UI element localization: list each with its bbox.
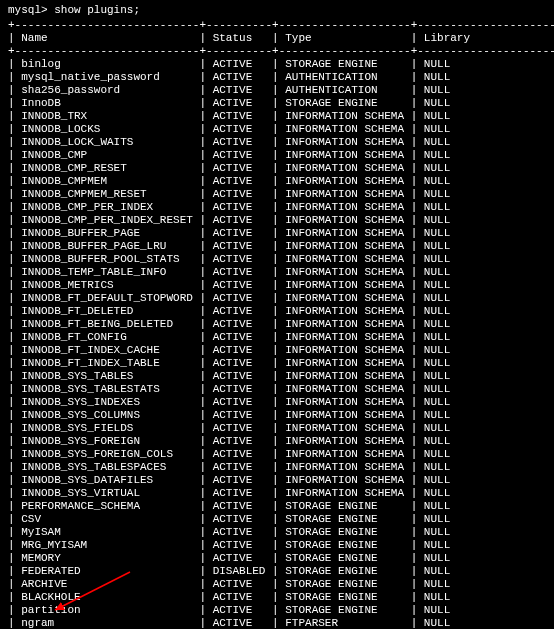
table-row: | INNODB_FT_BEING_DELETED | ACTIVE | INF… [8, 318, 546, 331]
table-row: | INNODB_FT_INDEX_TABLE | ACTIVE | INFOR… [8, 357, 546, 370]
table-row: | mysql_native_password | ACTIVE | AUTHE… [8, 71, 546, 84]
table-row: | BLACKHOLE | ACTIVE | STORAGE ENGINE | … [8, 591, 546, 604]
table-row: | INNODB_BUFFER_PAGE | ACTIVE | INFORMAT… [8, 227, 546, 240]
table-row: | INNODB_SYS_FOREIGN_COLS | ACTIVE | INF… [8, 448, 546, 461]
table-row: | INNODB_CMPMEM | ACTIVE | INFORMATION S… [8, 175, 546, 188]
table-row: | MyISAM | ACTIVE | STORAGE ENGINE | NUL… [8, 526, 546, 539]
table-separator: +----------------------------+----------… [8, 19, 546, 32]
table-row: | INNODB_METRICS | ACTIVE | INFORMATION … [8, 279, 546, 292]
table-row: | INNODB_CMP_RESET | ACTIVE | INFORMATIO… [8, 162, 546, 175]
table-row: | INNODB_TEMP_TABLE_INFO | ACTIVE | INFO… [8, 266, 546, 279]
table-row: | INNODB_SYS_TABLES | ACTIVE | INFORMATI… [8, 370, 546, 383]
table-row: | INNODB_SYS_INDEXES | ACTIVE | INFORMAT… [8, 396, 546, 409]
table-row: | INNODB_FT_DEFAULT_STOPWORD | ACTIVE | … [8, 292, 546, 305]
table-header-row: | Name | Status | Type | Library | Licen… [8, 32, 546, 45]
table-row: | MEMORY | ACTIVE | STORAGE ENGINE | NUL… [8, 552, 546, 565]
table-row: | INNODB_SYS_COLUMNS | ACTIVE | INFORMAT… [8, 409, 546, 422]
table-separator: +----------------------------+----------… [8, 45, 546, 58]
table-row: | INNODB_FT_CONFIG | ACTIVE | INFORMATIO… [8, 331, 546, 344]
table-row: | CSV | ACTIVE | STORAGE ENGINE | NULL |… [8, 513, 546, 526]
table-row: | ARCHIVE | ACTIVE | STORAGE ENGINE | NU… [8, 578, 546, 591]
table-row: | INNODB_LOCK_WAITS | ACTIVE | INFORMATI… [8, 136, 546, 149]
table-row: | PERFORMANCE_SCHEMA | ACTIVE | STORAGE … [8, 500, 546, 513]
table-row: | binlog | ACTIVE | STORAGE ENGINE | NUL… [8, 58, 546, 71]
table-row: | MRG_MYISAM | ACTIVE | STORAGE ENGINE |… [8, 539, 546, 552]
table-row: | INNODB_CMP | ACTIVE | INFORMATION SCHE… [8, 149, 546, 162]
table-row: | INNODB_SYS_VIRTUAL | ACTIVE | INFORMAT… [8, 487, 546, 500]
table-row: | INNODB_SYS_FOREIGN | ACTIVE | INFORMAT… [8, 435, 546, 448]
table-row: | INNODB_BUFFER_PAGE_LRU | ACTIVE | INFO… [8, 240, 546, 253]
table-row: | INNODB_CMP_PER_INDEX_RESET | ACTIVE | … [8, 214, 546, 227]
table-row: | INNODB_CMPMEM_RESET | ACTIVE | INFORMA… [8, 188, 546, 201]
table-row: | INNODB_SYS_DATAFILES | ACTIVE | INFORM… [8, 474, 546, 487]
table-row: | INNODB_SYS_TABLESPACES | ACTIVE | INFO… [8, 461, 546, 474]
table-row: | sha256_password | ACTIVE | AUTHENTICAT… [8, 84, 546, 97]
plugins-table: +----------------------------+----------… [8, 19, 546, 629]
mysql-prompt[interactable]: mysql> show plugins; [8, 4, 546, 17]
table-row: | INNODB_LOCKS | ACTIVE | INFORMATION SC… [8, 123, 546, 136]
table-row: | INNODB_CMP_PER_INDEX | ACTIVE | INFORM… [8, 201, 546, 214]
table-row: | INNODB_FT_DELETED | ACTIVE | INFORMATI… [8, 305, 546, 318]
table-row: | INNODB_SYS_TABLESTATS | ACTIVE | INFOR… [8, 383, 546, 396]
table-row: | INNODB_SYS_FIELDS | ACTIVE | INFORMATI… [8, 422, 546, 435]
table-row: | InnoDB | ACTIVE | STORAGE ENGINE | NUL… [8, 97, 546, 110]
table-row: | INNODB_FT_INDEX_CACHE | ACTIVE | INFOR… [8, 344, 546, 357]
table-row: | INNODB_TRX | ACTIVE | INFORMATION SCHE… [8, 110, 546, 123]
table-row: | FEDERATED | DISABLED | STORAGE ENGINE … [8, 565, 546, 578]
table-row: | partition | ACTIVE | STORAGE ENGINE | … [8, 604, 546, 617]
table-row: | ngram | ACTIVE | FTPARSER | NULL | GPL… [8, 617, 546, 629]
table-row: | INNODB_BUFFER_POOL_STATS | ACTIVE | IN… [8, 253, 546, 266]
